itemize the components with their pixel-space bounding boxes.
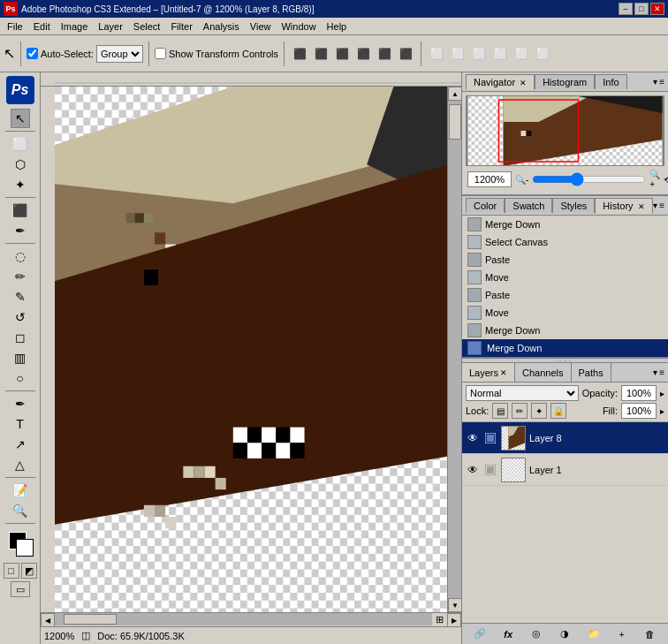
tool-brush[interactable]: ✏ — [11, 267, 30, 286]
tool-marquee[interactable]: ⬜ — [11, 134, 30, 154]
menu-filter[interactable]: Filter — [165, 19, 197, 34]
tab-navigator[interactable]: Navigator ✕ — [466, 74, 535, 90]
auto-select-dropdown[interactable]: Group Layer — [96, 45, 143, 63]
quick-mask-btn[interactable]: ◩ — [21, 563, 37, 579]
distribute-center-v-icon[interactable]: ⬜ — [512, 44, 531, 64]
menu-edit[interactable]: Edit — [28, 19, 56, 34]
blend-mode-select[interactable]: Normal Dissolve Multiply Screen — [466, 385, 579, 401]
menu-analysis[interactable]: Analysis — [198, 19, 245, 34]
tool-clone-stamp[interactable]: ✎ — [11, 287, 30, 307]
zoom-slider[interactable] — [532, 172, 646, 186]
fill-input[interactable] — [621, 403, 657, 419]
maximize-button[interactable]: □ — [634, 3, 649, 15]
menu-image[interactable]: Image — [56, 19, 94, 34]
layer-mask-btn[interactable]: ◎ — [528, 626, 545, 642]
tool-pen[interactable]: ✒ — [11, 394, 30, 413]
title-bar-buttons[interactable]: – □ ✕ — [619, 3, 664, 15]
scroll-h-track[interactable] — [55, 613, 432, 625]
lock-all-btn[interactable]: 🔒 — [550, 403, 566, 419]
canvas-viewport[interactable] — [55, 87, 447, 612]
menu-file[interactable]: File — [2, 19, 28, 34]
layer-fx-btn[interactable]: fx — [499, 626, 517, 642]
tool-move[interactable]: ↖ — [11, 109, 30, 128]
tool-crop[interactable]: ⬛ — [11, 201, 30, 220]
menu-layer[interactable]: Layer — [93, 19, 128, 34]
distribute-bottom-icon[interactable]: ⬜ — [533, 44, 552, 64]
align-right-icon[interactable]: ⬛ — [332, 44, 352, 64]
scroll-v-thumb[interactable] — [449, 104, 461, 140]
history-item-2[interactable]: Select Canvas — [462, 233, 668, 251]
menu-window[interactable]: Window — [276, 19, 321, 34]
tool-eyedropper[interactable]: ✒ — [11, 221, 30, 240]
tab-history[interactable]: History ✕ — [595, 198, 652, 214]
menu-view[interactable]: View — [245, 19, 277, 34]
tool-eraser[interactable]: ◻ — [11, 328, 30, 347]
nav-icon-1[interactable]: ⟲ — [664, 175, 668, 185]
history-close-icon[interactable]: ✕ — [638, 202, 645, 211]
tool-lasso[interactable]: ⬡ — [11, 155, 30, 174]
align-top-icon[interactable]: ⬛ — [353, 44, 373, 64]
scroll-right-button[interactable]: ▶ — [447, 613, 461, 627]
zoom-out-icon[interactable]: 🔍- — [515, 175, 528, 185]
layer-delete-btn[interactable]: 🗑 — [641, 626, 659, 642]
auto-select-checkbox[interactable] — [27, 48, 38, 59]
layers-menu-btn[interactable]: ≡ — [659, 367, 664, 377]
distribute-left-icon[interactable]: ⬜ — [427, 44, 446, 64]
layer-link-btn[interactable]: 🔗 — [471, 626, 489, 642]
tool-dodge[interactable]: ○ — [11, 368, 30, 388]
screen-mode-btn[interactable]: ▭ — [11, 581, 30, 597]
menu-select[interactable]: Select — [128, 19, 166, 34]
distribute-top-icon[interactable]: ⬜ — [490, 44, 510, 64]
zoom-input[interactable] — [467, 171, 512, 187]
layers-collapse-btn[interactable]: ▾ — [653, 367, 657, 377]
distribute-center-h-icon[interactable]: ⬜ — [448, 44, 467, 64]
tool-path-select[interactable]: ↗ — [11, 435, 30, 454]
layer-adjustment-btn[interactable]: ◑ — [556, 626, 573, 642]
tab-info[interactable]: Info — [595, 74, 626, 89]
history-item-1[interactable]: Merge Down — [462, 216, 668, 233]
layer-item-1[interactable]: 👁 — [462, 454, 668, 486]
layer-item-8[interactable]: 👁 — [462, 422, 668, 454]
horizontal-scrollbar[interactable]: ◀ ⊞ ▶ — [41, 612, 461, 626]
tool-shape[interactable]: △ — [11, 455, 30, 474]
tab-color[interactable]: Color — [466, 198, 505, 213]
history-item-5[interactable]: Paste — [462, 286, 668, 304]
scroll-down-button[interactable]: ▼ — [448, 598, 461, 612]
background-color[interactable] — [16, 539, 34, 557]
navigator-close-icon[interactable]: ✕ — [520, 79, 527, 87]
scroll-v-track[interactable] — [448, 101, 461, 598]
layer-group-btn[interactable]: 📁 — [585, 626, 603, 642]
align-bottom-icon[interactable]: ⬛ — [396, 44, 415, 64]
scroll-up-button[interactable]: ▲ — [448, 87, 461, 101]
tool-notes[interactable]: 📝 — [11, 481, 30, 500]
scroll-center-btn[interactable]: ⊞ — [432, 613, 447, 626]
history-item-4[interactable]: Move — [462, 269, 668, 286]
tool-magic-wand[interactable]: ✦ — [11, 175, 30, 194]
standard-mode-btn[interactable]: □ — [4, 563, 19, 579]
menu-help[interactable]: Help — [322, 19, 353, 34]
tab-swatch[interactable]: Swatch — [505, 198, 552, 213]
panel-menu-btn[interactable]: ≡ — [659, 77, 664, 87]
lock-transparent-btn[interactable]: ▤ — [492, 403, 508, 419]
show-transform-checkbox[interactable] — [155, 48, 166, 59]
tool-type[interactable]: T — [11, 414, 30, 434]
tab-layers[interactable]: Layers ✕ — [462, 363, 515, 382]
tool-history-brush[interactable]: ↺ — [11, 307, 30, 327]
minimize-button[interactable]: – — [619, 3, 633, 15]
close-button[interactable]: ✕ — [650, 3, 664, 15]
history-item-8[interactable]: Merge Down — [462, 339, 668, 357]
lock-position-btn[interactable]: ✦ — [531, 403, 547, 419]
align-center-h-icon[interactable]: ⬛ — [311, 44, 330, 64]
tool-spot-heal[interactable]: ◌ — [11, 246, 30, 266]
opacity-input[interactable] — [621, 385, 657, 401]
align-center-v-icon[interactable]: ⬛ — [375, 44, 394, 64]
layer-8-visibility-icon[interactable]: 👁 — [466, 431, 480, 445]
opacity-arrow-icon[interactable]: ▸ — [660, 389, 664, 398]
layers-close-icon[interactable]: ✕ — [500, 368, 507, 377]
tab-histogram[interactable]: Histogram — [535, 74, 595, 89]
tool-zoom[interactable]: 🔍 — [11, 501, 30, 520]
zoom-in-icon[interactable]: 🔍+ — [649, 170, 660, 189]
history-collapse-btn[interactable]: ▾ — [653, 201, 657, 210]
history-item-3[interactable]: Paste — [462, 251, 668, 269]
layer-1-visibility-icon[interactable]: 👁 — [466, 463, 480, 477]
